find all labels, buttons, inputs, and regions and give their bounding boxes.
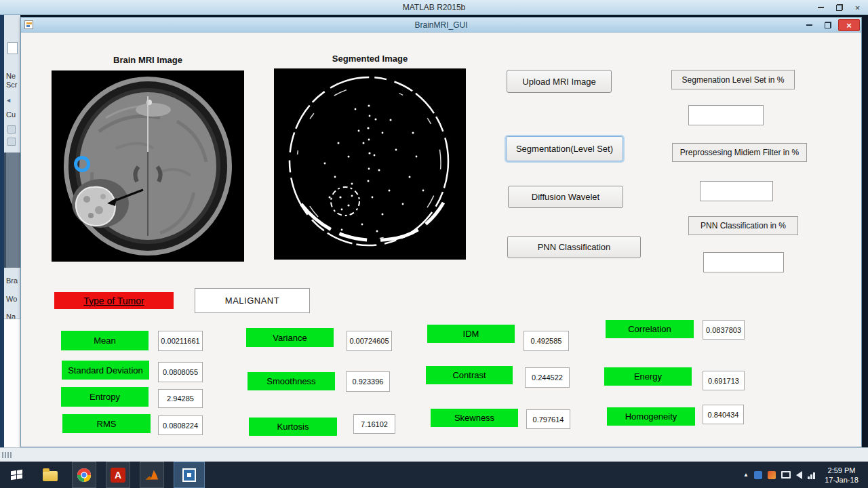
upload-mri-button[interactable]: Upload MRI Image (507, 70, 612, 93)
diffusion-wavelet-button[interactable]: Diffusion Wavelet (508, 186, 623, 208)
tray-volume-icon[interactable] (796, 471, 802, 479)
feature-label-std: Standard Deviation (62, 361, 149, 380)
mri-image-title: Brain MRI Image (52, 55, 244, 65)
feature-value-entropy: 2.94285 (158, 389, 203, 408)
mri-image-graphic (52, 70, 244, 262)
pnn-percent-field[interactable] (703, 252, 784, 272)
show-hidden-icons-icon[interactable]: ▲ (743, 472, 749, 478)
minimize-icon (818, 7, 824, 8)
matlab-minimize-button[interactable] (812, 1, 830, 14)
folder-toolbar-icon[interactable] (7, 125, 16, 134)
new-script-label-fragment[interactable]: Ne (6, 72, 16, 80)
segmented-image-title: Segmented Image (274, 54, 466, 64)
collapse-arrow-icon[interactable]: ◄ (5, 97, 12, 104)
ide-panel-edge (4, 152, 20, 268)
resize-grip[interactable] (2, 452, 12, 458)
feature-value-mean: 0.00211661 (158, 331, 203, 351)
feature-label-correlation: Correlation (606, 320, 694, 338)
gui-window-title: BrainMRI_GUI (21, 20, 861, 30)
feature-value-skewness: 0.797614 (526, 409, 570, 429)
segmentation-button[interactable]: Segmentation(Level Set) (506, 136, 623, 161)
screen-capture-button[interactable] (174, 462, 205, 488)
matlab-window-title: MATLAB R2015b (0, 3, 868, 12)
feature-label-energy: Energy (604, 367, 692, 386)
preprocessing-percent-label: Preprossesing Midiem Filter in % (672, 143, 807, 162)
clock-date: 17-Jan-18 (821, 475, 863, 485)
tumor-result-box: MALIGNANT (195, 288, 310, 313)
windows-logo-icon (11, 470, 22, 480)
gui-minimize-button[interactable] (800, 19, 818, 31)
acrobat-icon: A (111, 468, 125, 483)
brainmri-gui-window: BrainMRI_GUI × Brain MRI Image Segmented… (20, 17, 862, 447)
chrome-icon (77, 468, 92, 483)
matlab-restore-button[interactable] (830, 1, 848, 14)
feature-value-contrast: 0.244522 (525, 367, 570, 388)
folder-toolbar-icon2[interactable] (7, 138, 16, 146)
clock-time: 2:59 PM (821, 466, 863, 475)
tray-network-icon[interactable] (808, 471, 815, 479)
current-folder-label-fragment: Cu (6, 110, 16, 119)
segmentation-percent-field[interactable] (688, 105, 764, 125)
feature-value-variance: 0.00724605 (347, 331, 392, 351)
feature-value-homogeneity: 0.840434 (703, 405, 744, 424)
feature-label-contrast: Contrast (426, 366, 513, 384)
workspace-panel-fragment (4, 319, 20, 447)
preprocessing-percent-field[interactable] (700, 181, 773, 201)
feature-label-rms: RMS (62, 414, 151, 433)
matlab-button[interactable] (140, 462, 164, 488)
gui-content: Brain MRI Image Segmented Image (21, 33, 861, 447)
screen: MATLAB R2015b × Ne Scr ◄ Cu Bra Wo Na Br… (0, 0, 868, 488)
taskbar-clock[interactable]: 2:59 PM 17-Jan-18 (821, 466, 863, 485)
taskbar: A ▲ 2:59 PM 17-Jan-18 (0, 462, 868, 488)
feature-label-skewness: Skewness (431, 409, 518, 427)
system-tray: ▲ 2:59 PM 17-Jan-18 (743, 462, 868, 488)
workspace-label-fragment: Wo (6, 295, 17, 303)
matlab-icon (144, 468, 159, 483)
tray-app-blue-icon[interactable] (754, 471, 762, 479)
figure-icon (24, 20, 33, 29)
segmented-image (274, 68, 466, 260)
matlab-window-titlebar: MATLAB R2015b × (0, 0, 868, 15)
feature-label-entropy: Entropy (61, 387, 149, 407)
mri-image (52, 70, 244, 262)
feature-label-idm: IDM (427, 325, 515, 343)
feature-label-homogeneity: Homogeneity (607, 407, 695, 426)
acrobat-button[interactable]: A (106, 462, 130, 488)
minimize-icon (806, 24, 812, 26)
feature-value-correlation: 0.0837803 (703, 320, 745, 340)
feature-value-rms: 0.0808224 (158, 415, 203, 435)
feature-label-variance: Variance (246, 328, 334, 347)
start-button[interactable] (4, 462, 28, 488)
feature-value-energy: 0.691713 (703, 371, 745, 390)
matlab-close-button[interactable]: × (848, 1, 867, 14)
feature-value-std: 0.0808055 (158, 362, 203, 382)
address-label-fragment: Bra (6, 277, 18, 285)
matlab-status-strip (0, 447, 868, 462)
pnn-percent-label: PNN Classification in % (688, 216, 798, 235)
new-script-icon[interactable] (7, 42, 18, 54)
pnn-classification-button[interactable]: PNN Classification (507, 236, 641, 258)
gui-restore-button[interactable] (819, 19, 837, 31)
folder-icon (43, 471, 58, 481)
feature-value-kurtosis: 7.16102 (353, 414, 395, 434)
feature-label-kurtosis: Kurtosis (249, 418, 337, 436)
feature-value-idm: 0.492585 (524, 331, 569, 351)
matlab-ide-strip: Ne Scr ◄ Cu Bra Wo Na (4, 15, 20, 447)
tray-app-color-icon[interactable] (768, 471, 776, 479)
gui-close-button[interactable]: × (838, 19, 860, 31)
segmented-image-graphic (274, 68, 466, 260)
file-explorer-button[interactable] (38, 462, 62, 488)
restore-icon (836, 4, 843, 11)
screen-capture-icon (182, 468, 196, 482)
feature-label-mean: Mean (61, 331, 149, 350)
tray-display-icon[interactable] (781, 471, 791, 479)
gui-titlebar[interactable]: BrainMRI_GUI × (21, 18, 861, 33)
chrome-button[interactable] (72, 462, 96, 488)
new-script-label-fragment2[interactable]: Scr (6, 81, 18, 89)
restore-icon (825, 22, 831, 28)
feature-value-smoothness: 0.923396 (346, 371, 390, 392)
segmentation-percent-label: Segmenation Level Set in % (671, 70, 795, 89)
type-of-tumor-label: Type of Tumor (54, 292, 174, 309)
feature-label-smoothness: Smoothness (248, 372, 335, 390)
